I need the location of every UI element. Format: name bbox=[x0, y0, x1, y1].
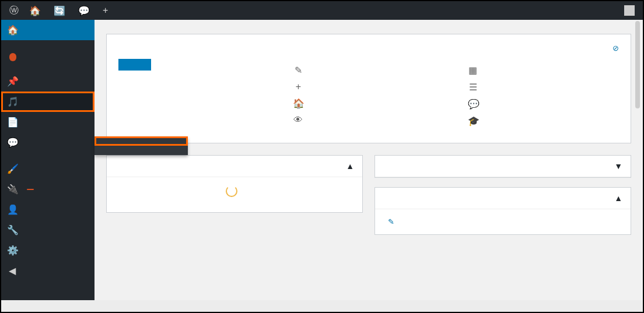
comment-icon: 💬 bbox=[78, 5, 90, 16]
view-icon: 👁 bbox=[293, 115, 303, 125]
sidebar-item-users[interactable]: 👤 bbox=[1, 199, 94, 220]
media-flyout bbox=[94, 136, 188, 155]
link-toggle-comments[interactable]: 💬 bbox=[468, 99, 619, 110]
quick-draft-header[interactable]: ▼ bbox=[375, 156, 631, 177]
new-link[interactable]: + bbox=[99, 5, 114, 16]
scrollbar[interactable] bbox=[635, 21, 640, 108]
brush-icon: 🖌️ bbox=[7, 163, 18, 174]
media-icon: 🎵 bbox=[7, 96, 18, 107]
welcome-panel: ⊘ ✎ + 🏠 👁 ▦ ☰ 💬 bbox=[106, 34, 631, 143]
site-link[interactable]: 🏠 bbox=[26, 5, 47, 16]
wrench-icon: 🔧 bbox=[7, 224, 18, 235]
admin-toolbar: ⓦ 🏠 🔄 💬 + bbox=[1, 1, 643, 20]
user-icon: 👤 bbox=[7, 204, 18, 215]
sidebar-collapse[interactable]: ◀ bbox=[1, 261, 94, 281]
link-setup-homepage[interactable]: 🏠 bbox=[293, 98, 444, 109]
link-write-post[interactable]: ✎ bbox=[293, 65, 444, 76]
content-area: ⊘ ✎ + 🏠 👁 ▦ ☰ 💬 bbox=[94, 20, 643, 300]
dashboard-icon: 🏠 bbox=[7, 24, 18, 36]
sidebar-item-comments[interactable]: 💬 bbox=[1, 132, 94, 153]
sidebar-item-plugins[interactable]: 🔌 bbox=[1, 179, 94, 199]
chevron-up-icon: ▲ bbox=[614, 194, 622, 203]
comments-link[interactable]: 💬 bbox=[75, 5, 96, 16]
page-icon: 📄 bbox=[7, 117, 18, 128]
collapse-icon: ◀ bbox=[7, 265, 18, 276]
sidebar-item-dashboard[interactable]: 🏠 bbox=[1, 20, 94, 40]
pencil-icon[interactable]: ✎ bbox=[388, 217, 394, 226]
avatar bbox=[624, 5, 635, 16]
wp-logo[interactable]: ⓦ bbox=[6, 5, 22, 17]
plugins-badge bbox=[27, 189, 34, 190]
events-header[interactable]: ▲ bbox=[375, 188, 631, 209]
plus-icon: + bbox=[293, 82, 303, 92]
plus-icon: + bbox=[103, 5, 108, 16]
welcome-col-get-started bbox=[118, 57, 270, 132]
dismiss-icon: ⊘ bbox=[612, 44, 619, 52]
edit-icon: ✎ bbox=[293, 65, 303, 76]
link-manage-menus[interactable]: ☰ bbox=[468, 82, 619, 93]
updates-badge bbox=[9, 53, 16, 61]
comment-icon: 💬 bbox=[7, 137, 18, 148]
sidebar-item-media[interactable]: 🎵 bbox=[1, 92, 94, 112]
toolbar-right bbox=[618, 5, 638, 16]
site-health-header[interactable]: ▲ bbox=[107, 156, 362, 177]
chevron-down-icon: ▼ bbox=[614, 161, 622, 171]
dismiss-link[interactable]: ⊘ bbox=[612, 44, 621, 52]
events-prompt-row: ✎ bbox=[383, 217, 622, 226]
settings-icon: ⚙️ bbox=[7, 245, 18, 256]
status-bar bbox=[1, 300, 643, 312]
plug-icon: 🔌 bbox=[7, 184, 18, 195]
menu-icon: ☰ bbox=[468, 82, 478, 93]
sidebar-item-posts[interactable]: 📌 bbox=[1, 71, 94, 92]
home-icon: 🏠 bbox=[29, 5, 41, 16]
quick-draft-box: ▼ bbox=[374, 155, 631, 178]
toolbar-left: ⓦ 🏠 🔄 💬 + bbox=[6, 5, 114, 17]
wordpress-icon: ⓦ bbox=[9, 5, 19, 17]
site-health-box: ▲ bbox=[106, 155, 363, 213]
health-status-row bbox=[115, 185, 354, 197]
link-add-about[interactable]: + bbox=[293, 82, 444, 92]
sidebar-item-appearance[interactable]: 🖌️ bbox=[1, 159, 94, 179]
spinner-icon bbox=[226, 185, 237, 197]
events-box: ▲ ✎ bbox=[374, 187, 631, 235]
sidebar-item-pages[interactable]: 📄 bbox=[1, 112, 94, 132]
flyout-library[interactable] bbox=[94, 136, 188, 146]
link-manage-widgets[interactable]: ▦ bbox=[468, 65, 619, 76]
customize-button[interactable] bbox=[118, 59, 151, 71]
widgets-icon: ▦ bbox=[468, 65, 478, 76]
admin-sidebar: 🏠 📌 🎵 📄 💬 🖌️ 🔌 👤 🔧 ⚙️ ◀ bbox=[1, 20, 94, 300]
sidebar-sub-home[interactable] bbox=[1, 40, 94, 48]
updates-link[interactable]: 🔄 bbox=[50, 5, 71, 16]
cap-icon: 🎓 bbox=[468, 115, 478, 126]
comment-icon: 💬 bbox=[468, 99, 478, 110]
chevron-up-icon: ▲ bbox=[346, 161, 354, 171]
home-icon: 🏠 bbox=[293, 98, 303, 109]
sidebar-item-tools[interactable]: 🔧 bbox=[1, 220, 94, 240]
sidebar-sub-updates[interactable] bbox=[1, 48, 94, 65]
pin-icon: 📌 bbox=[7, 76, 18, 87]
link-view-site[interactable]: 👁 bbox=[293, 115, 444, 125]
welcome-col-next-steps: ✎ + 🏠 👁 bbox=[293, 57, 444, 132]
sidebar-item-settings[interactable]: ⚙️ bbox=[1, 240, 94, 261]
welcome-col-more-actions: ▦ ☰ 💬 🎓 bbox=[468, 57, 619, 132]
flyout-add-new[interactable] bbox=[94, 146, 188, 155]
account-link[interactable] bbox=[618, 5, 638, 16]
link-learn-more[interactable]: 🎓 bbox=[468, 115, 619, 126]
refresh-icon: 🔄 bbox=[54, 5, 65, 16]
